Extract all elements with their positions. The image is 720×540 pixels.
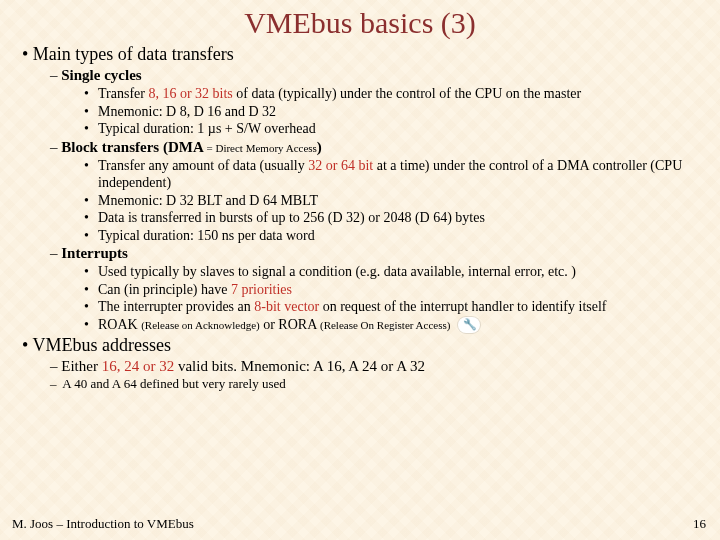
highlight: 8-bit vector	[254, 299, 319, 314]
item: • Can (in principle) have 7 priorities	[84, 281, 696, 299]
highlight: 16, 24 or 32	[102, 358, 175, 374]
item: •Mnemonic: D 8, D 16 and D 32	[84, 103, 696, 121]
sub-block-transfers: Block transfers (DMA = Direct Memory Acc…	[50, 139, 706, 156]
item: •Mnemonic: D 32 BLT and D 64 MBLT	[84, 192, 696, 210]
note-addresses: – A 40 and A 64 defined but very rarely …	[50, 376, 706, 392]
text: Either	[61, 358, 101, 374]
text: Can (in principle) have	[98, 282, 231, 297]
item: • ROAK (Release on Acknowledge) or RORA …	[84, 316, 696, 334]
slide-content: Main types of data transfers Single cycl…	[0, 44, 720, 392]
text: Used typically by slaves to signal a con…	[98, 263, 696, 281]
item: • Transfer any amount of data (usually 3…	[84, 157, 696, 192]
sub-label-close: )	[317, 139, 322, 155]
sub-interrupts: Interrupts	[50, 245, 706, 262]
slide-number: 16	[693, 516, 706, 532]
text: Transfer	[98, 86, 148, 101]
section-main-types: Main types of data transfers	[22, 44, 706, 65]
text: ROAK	[98, 317, 141, 332]
sub-addresses: Either 16, 24 or 32 valid bits. Mnemonic…	[50, 358, 706, 375]
text: A 40 and A 64 defined but very rarely us…	[62, 376, 285, 391]
item: •Typical duration: 1 µs + S/W overhead	[84, 120, 696, 138]
sub-label-small: = Direct Memory Access	[204, 142, 317, 154]
slide-title: VMEbus basics (3)	[0, 0, 720, 42]
text: Transfer any amount of data (usually	[98, 158, 308, 173]
sub-label: Single cycles	[61, 67, 141, 83]
text: of data (typically) under the control of…	[233, 86, 581, 101]
text: on request of the interrupt handler to i…	[319, 299, 606, 314]
text: Data is transferred in bursts of up to 2…	[98, 209, 696, 227]
footer: M. Joos – Introduction to VMEbus 16	[12, 516, 706, 532]
item: • Transfer 8, 16 or 32 bits of data (typ…	[84, 85, 696, 103]
item: •Used typically by slaves to signal a co…	[84, 263, 696, 281]
text: Mnemonic: D 8, D 16 and D 32	[98, 103, 696, 121]
wrench-icon	[458, 317, 480, 333]
sub-label: Interrupts	[61, 245, 128, 261]
item: •Data is transferred in bursts of up to …	[84, 209, 696, 227]
text: Mnemonic: D 32 BLT and D 64 MBLT	[98, 192, 696, 210]
text: Typical duration: 150 ns per data word	[98, 227, 696, 245]
highlight: 7 priorities	[231, 282, 292, 297]
text: or RORA	[260, 317, 320, 332]
text: The interrupter provides an	[98, 299, 254, 314]
section-label: VMEbus addresses	[32, 335, 170, 355]
small-text: (Release On Register Access)	[320, 319, 450, 331]
highlight: 8, 16 or 32 bits	[148, 86, 232, 101]
footer-left: M. Joos – Introduction to VMEbus	[12, 516, 194, 532]
item: • The interrupter provides an 8-bit vect…	[84, 298, 696, 316]
sub-single-cycles: Single cycles	[50, 67, 706, 84]
item: •Typical duration: 150 ns per data word	[84, 227, 696, 245]
sub-label: Block transfers (DMA	[61, 139, 203, 155]
section-vmebus-addresses: VMEbus addresses	[22, 335, 706, 356]
text: Typical duration: 1 µs + S/W overhead	[98, 120, 696, 138]
section-label: Main types of data transfers	[33, 44, 234, 64]
small-text: (Release on Acknowledge)	[141, 319, 260, 331]
text: valid bits. Mnemonic: A 16, A 24 or A 32	[174, 358, 425, 374]
highlight: 32 or 64 bit	[308, 158, 373, 173]
